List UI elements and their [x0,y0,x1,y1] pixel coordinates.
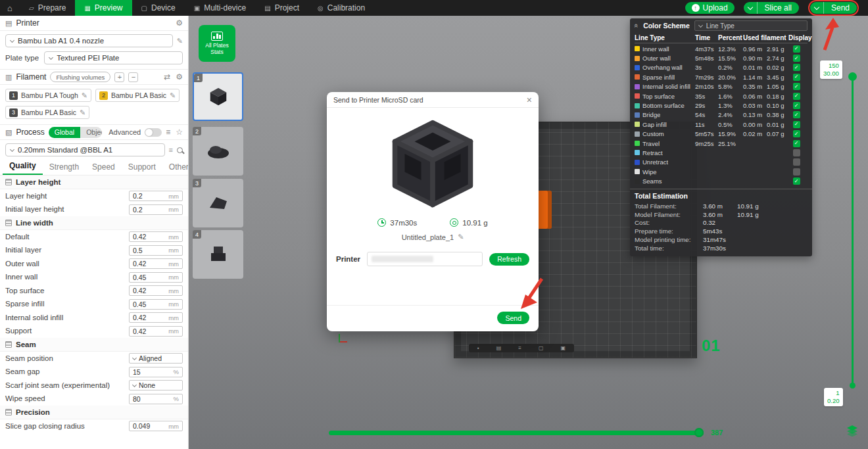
slice-dropdown-segment[interactable] [744,2,758,14]
display-checkbox[interactable] [793,55,800,62]
collapse-panel-icon[interactable]: « [633,24,640,28]
display-checkbox[interactable] [793,158,800,166]
display-checkbox[interactable] [793,83,800,90]
parameter-table-icon[interactable]: ≡ [166,128,170,137]
filament-slot-3[interactable]: 3 Bambu PLA Basic ✎ [5,106,89,119]
process-tab[interactable]: Support [122,162,162,175]
setting-field[interactable]: 0.42 mm [129,326,183,337]
display-checkbox[interactable] [793,168,800,176]
display-checkbox[interactable] [793,149,800,156]
edit-filament-icon[interactable]: ✎ [170,91,176,100]
setting-field[interactable]: 0.2 mm [129,191,183,201]
line-type-swatch [635,160,640,165]
topbar-tab[interactable]: ▣ Multi-device [185,0,255,16]
display-checkbox[interactable] [793,64,800,71]
display-checkbox[interactable] [793,93,800,100]
filament-settings-gear-icon[interactable]: ⚙ [176,72,183,82]
move-slider-track[interactable] [329,431,704,435]
setting-field[interactable]: 15 % [129,367,183,377]
plate-thumbnail-4[interactable]: 4 [193,230,243,279]
setting-field[interactable]: 0.45 mm [129,272,183,283]
setting-field[interactable]: 0.45 mm [129,299,183,310]
advanced-toggle[interactable] [145,128,162,137]
plate-number-tab: 3 [193,179,201,187]
plate-type-label: Plate type [5,54,39,62]
setting-label: Internal solid infill [5,314,129,322]
send-dropdown-segment[interactable] [810,2,824,14]
printer-preset-row: Bambu Lab A1 0.4 nozzle ✎ [0,31,188,51]
display-checkbox[interactable] [793,102,800,109]
process-scope-toggle[interactable]: Global Objects [49,127,103,138]
topbar-tab[interactable]: ◎ Calibration [308,0,374,16]
view-mode-select[interactable]: Line Type [694,20,808,31]
viewport-3d[interactable]: ▪ ▤ ≡ ▢ ▣ 01 All Plates Stats 1 2 3 [189,16,868,449]
plate-type-select[interactable]: Textured PEI Plate [44,51,183,64]
layer-slider-bottom-handle[interactable] [850,383,856,389]
printer-preset-select[interactable]: Bambu Lab A1 0.4 nozzle [5,34,173,47]
preset-list-icon[interactable]: ≡ [169,146,173,154]
setting-row: Inner wall 0.45 mm [0,271,188,285]
refresh-button[interactable]: Refresh [489,253,529,266]
sync-filament-icon[interactable]: ⇄ [164,72,170,82]
line-type-row: Custom 5m57s 15.9% 0.02 m 0.07 g [635,130,808,139]
display-checkbox[interactable] [793,45,800,53]
printer-name-input[interactable] [367,252,483,266]
process-tab[interactable]: Others [162,162,189,175]
setting-field[interactable]: Aligned [129,353,183,364]
all-plates-stats-button[interactable]: All Plates Stats [199,25,235,62]
process-preset-select[interactable]: 0.20mm Standard @BBL A1 [5,143,165,156]
filament-slot-2[interactable]: 2 Bambu PLA Basic ✎ [95,89,180,102]
topbar-tab[interactable]: ▦ Preview [75,0,132,16]
plate-thumbnail-3[interactable]: 3 [193,179,243,227]
setting-field[interactable]: 80 % [129,394,183,404]
flushing-volumes-button[interactable]: Flushing volumes [50,72,110,82]
dialog-send-button[interactable]: Send [497,312,529,324]
layers-view-icon[interactable] [846,425,858,439]
setting-field[interactable]: 0.42 mm [129,258,183,269]
layer-slider-track[interactable] [852,76,854,384]
home-button[interactable]: ⌂ [0,0,20,16]
upload-button[interactable]: ↑ Upload [685,2,735,14]
search-preset-icon[interactable] [177,147,183,153]
add-filament-button[interactable]: + [114,72,124,82]
plate-thumbnail-1[interactable]: 1 [193,72,243,121]
display-checkbox[interactable] [793,177,800,185]
scope-global[interactable]: Global [49,127,80,138]
compare-preset-icon[interactable]: ☆ [176,128,183,137]
setting-field[interactable]: None [129,380,183,390]
setting-field[interactable]: 0.049 mm [129,421,183,431]
display-checkbox[interactable] [793,121,800,128]
process-tab[interactable]: Strength [43,162,85,175]
send-button[interactable]: Send [810,2,857,14]
topbar-tab[interactable]: ▢ Device [132,0,185,16]
setting-row: Sparse infill 0.45 mm [0,298,188,312]
display-checkbox[interactable] [793,74,800,81]
filament-slot-1[interactable]: 1 Bambu PLA Tough ✎ [5,89,91,102]
close-icon[interactable]: × [527,95,532,105]
edit-printer-icon[interactable]: ✎ [177,37,183,45]
move-slider-handle[interactable] [694,428,704,437]
layer-slider-handle[interactable] [848,72,857,81]
edit-filament-icon[interactable]: ✎ [82,91,87,100]
setting-field[interactable]: 0.42 mm [129,312,183,323]
plate-thumbnail-2[interactable]: 2 [193,127,243,176]
total-row: Model Filament: 3.60 m 10.91 g [635,210,808,219]
edit-filament-icon[interactable]: ✎ [80,108,85,117]
edit-plate-name-icon[interactable]: ✎ [458,233,464,241]
remove-filament-button[interactable]: − [128,72,138,82]
setting-field[interactable]: 0.42 mm [129,231,183,242]
process-tab[interactable]: Quality [3,161,43,175]
topbar-tab[interactable]: ▱ Prepare [20,0,75,16]
setting-field[interactable]: 0.2 mm [129,204,183,215]
display-checkbox[interactable] [793,111,800,118]
display-checkbox[interactable] [793,130,800,137]
topbar-tab[interactable]: ▤ Project [255,0,308,16]
setting-field[interactable]: 0.42 mm [129,285,183,296]
setting-field[interactable]: 0.5 mm [129,245,183,256]
scope-objects[interactable]: Objects [80,127,102,138]
display-checkbox[interactable] [793,140,800,147]
plate-toolbar[interactable]: ▪ ▤ ≡ ▢ ▣ [469,344,574,352]
slice-all-button[interactable]: Slice all [744,2,799,14]
process-tab[interactable]: Speed [85,162,122,175]
printer-settings-gear-icon[interactable]: ⚙ [176,18,183,28]
